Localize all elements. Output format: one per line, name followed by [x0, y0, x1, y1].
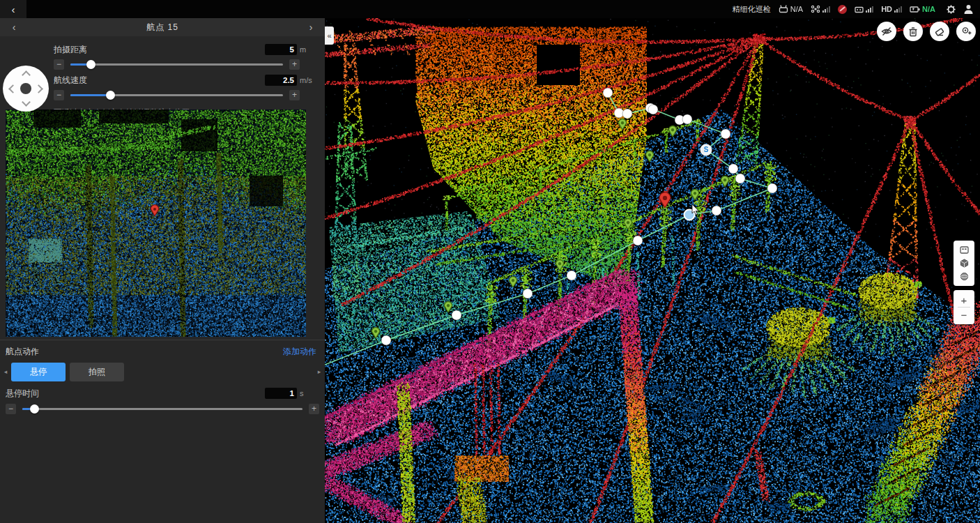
shoot-distance-unit: m: [300, 45, 316, 54]
screen-view-button[interactable]: [956, 243, 972, 257]
route-speed-thumb[interactable]: [106, 91, 115, 100]
zoom-out-button[interactable]: −: [956, 308, 972, 321]
sphere-view-icon: [960, 272, 969, 281]
hd-signal-bars: [894, 6, 902, 13]
hover-time-thumb[interactable]: [30, 404, 39, 414]
dpad-up-icon[interactable]: [22, 70, 31, 79]
add-marker-button[interactable]: [956, 22, 976, 41]
screen-view-icon: [960, 246, 969, 254]
scene-toolbar: [877, 22, 976, 41]
hover-time-unit: s: [300, 389, 316, 397]
hover-time-label: 悬停时间: [6, 388, 265, 400]
sphere-view-button[interactable]: [956, 270, 972, 283]
waypoint-preview-image: [6, 109, 306, 337]
cube-view-button[interactable]: [956, 257, 972, 270]
waypoint-panel: ‹ 航点 15 › 拍摄距离 5 m − + 航线速度 2.5 m/s: [0, 18, 325, 523]
route-speed-label: 航线速度: [54, 75, 265, 86]
cube-3d-icon: [960, 259, 969, 268]
hide-annotations-button[interactable]: [877, 22, 896, 41]
rtk-signal: [855, 6, 873, 13]
next-waypoint-button[interactable]: ›: [297, 22, 325, 33]
gear-icon: [946, 4, 956, 15]
eye-off-icon: [881, 26, 892, 37]
hd-label: HD: [881, 5, 892, 13]
point-cloud-viewport[interactable]: «: [325, 18, 980, 523]
action-hover-button[interactable]: 悬停: [11, 363, 66, 381]
mode-label: 精细化巡检: [733, 4, 771, 15]
app-root: ‹ 精细化巡检 N/A HD N/A: [0, 0, 980, 523]
view-controls: + −: [954, 241, 974, 324]
battery-icon: [910, 6, 920, 13]
direction-pad[interactable]: [3, 66, 49, 112]
hover-time-track[interactable]: [22, 408, 303, 410]
route-speed-unit: m/s: [300, 76, 316, 84]
back-button[interactable]: ‹: [0, 0, 26, 18]
status-cluster: 精细化巡检 N/A HD N/A: [733, 4, 980, 15]
shoot-distance-value[interactable]: 5: [265, 44, 297, 55]
shoot-distance-minus-button[interactable]: −: [54, 59, 64, 70]
drone-icon: [811, 5, 820, 13]
action-photo-button[interactable]: 拍照: [70, 363, 124, 381]
dpad-left-icon[interactable]: [8, 84, 17, 93]
battery-value: N/A: [922, 5, 935, 13]
action-scroll-left[interactable]: ◂: [0, 368, 11, 375]
settings[interactable]: [946, 4, 956, 15]
remote-controller-icon: [779, 5, 788, 13]
trash-icon: [908, 26, 918, 37]
top-bar: ‹ 精细化巡检 N/A HD N/A: [0, 0, 980, 18]
waypoint-actions-section: 航点动作 添加动作 ◂ 悬停 拍照 ▸ 悬停时间 1 s − +: [0, 340, 325, 416]
dpad-down-icon[interactable]: [22, 98, 31, 107]
hover-time-value[interactable]: 1: [265, 388, 297, 399]
point-cloud-scene[interactable]: [325, 18, 980, 523]
dpad-right-icon[interactable]: [34, 84, 43, 93]
action-scroll-right[interactable]: ▸: [314, 368, 325, 375]
route-speed-minus-button[interactable]: −: [54, 90, 64, 100]
zoom-in-button[interactable]: +: [956, 293, 972, 307]
zoom-group: + −: [954, 290, 974, 324]
battery-status: N/A: [910, 5, 935, 13]
waypoint-title: 航点 15: [28, 22, 297, 33]
user-icon: [964, 4, 973, 14]
delete-button[interactable]: [903, 22, 923, 41]
shoot-distance-thumb[interactable]: [86, 60, 95, 69]
prev-waypoint-button[interactable]: ‹: [0, 22, 28, 33]
add-marker-icon: [960, 26, 972, 37]
actions-label: 航点动作: [6, 346, 283, 358]
waypoint-params: 拍摄距离 5 m − + 航线速度 2.5 m/s −: [0, 36, 325, 119]
drone-signal: [811, 5, 830, 13]
shoot-distance-label: 拍摄距离: [54, 44, 265, 56]
panel-collapse-button[interactable]: «: [325, 26, 334, 45]
rc-value: N/A: [790, 5, 803, 13]
route-speed-slider: − +: [54, 88, 316, 102]
rc-status: N/A: [779, 5, 803, 13]
waypoint-nav: ‹ 航点 15 ›: [0, 18, 325, 36]
route-speed-track[interactable]: [70, 94, 283, 96]
add-action-link[interactable]: 添加动作: [283, 346, 316, 358]
hover-time-slider: − +: [0, 402, 325, 416]
shoot-distance-track[interactable]: [70, 63, 283, 66]
drone-signal-bars: [822, 6, 830, 13]
eraser-button[interactable]: [930, 22, 949, 41]
rtk-signal-bars: [866, 6, 873, 13]
hover-time-minus-button[interactable]: −: [6, 404, 16, 414]
shoot-distance-slider: − +: [54, 57, 316, 71]
hover-time-plus-button[interactable]: +: [309, 404, 319, 414]
record-status-icon: [838, 5, 847, 14]
hd-status: HD: [881, 5, 902, 13]
user-account[interactable]: [964, 4, 973, 14]
shoot-distance-plus-button[interactable]: +: [289, 59, 300, 70]
action-carousel: ◂ 悬停 拍照 ▸: [0, 360, 325, 384]
view-mode-group: [954, 241, 974, 286]
route-speed-value[interactable]: 2.5: [265, 75, 297, 86]
dpad-center[interactable]: [20, 83, 31, 94]
eraser-icon: [934, 26, 945, 37]
rtk-module-icon: [855, 6, 864, 13]
route-speed-plus-button[interactable]: +: [289, 90, 300, 100]
